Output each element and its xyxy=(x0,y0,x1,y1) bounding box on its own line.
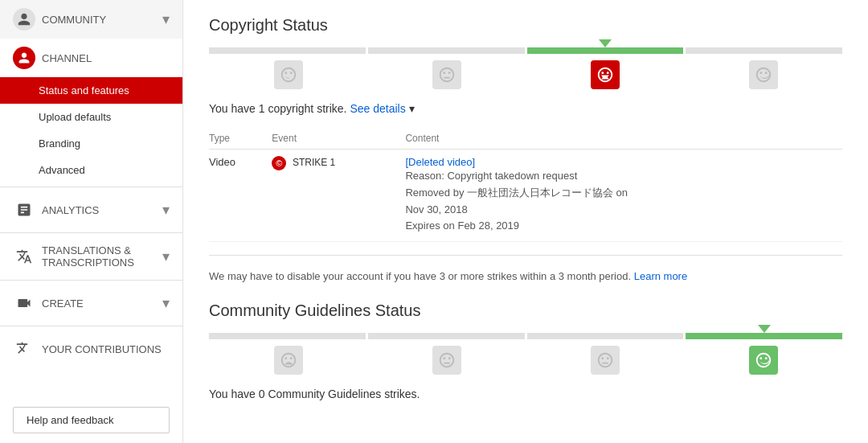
strike-badge: STRIKE 1 xyxy=(293,157,335,168)
deleted-video-link[interactable]: [Deleted video] xyxy=(405,156,475,168)
comm-face-neutral2-icon xyxy=(591,346,620,375)
copyright-icon: © xyxy=(272,156,286,170)
sidebar-item-branding[interactable]: Branding xyxy=(0,130,182,157)
main-content: Copyright Status xyxy=(183,0,868,443)
sidebar-create-section[interactable]: CREATE ▾ xyxy=(0,284,182,322)
sidebar-divider-3 xyxy=(0,280,182,281)
comm-meter-seg-4 xyxy=(686,333,842,339)
table-header-type: Type xyxy=(209,128,272,150)
strike-summary: You have 1 copyright strike. See details… xyxy=(209,102,842,115)
sidebar-divider-1 xyxy=(0,187,182,187)
sidebar-item-advanced[interactable]: Advanced xyxy=(0,157,182,183)
comm-face-3 xyxy=(526,346,684,375)
face-neutral-1-icon xyxy=(432,60,461,89)
sidebar-bottom: Help and feedback xyxy=(0,397,182,443)
table-header-content: Content xyxy=(405,128,842,150)
channel-label: CHANNEL xyxy=(42,52,170,64)
comm-meter-pointer xyxy=(758,325,771,333)
copyright-meter xyxy=(209,47,842,89)
your-contributions-icon xyxy=(13,338,35,360)
meter-seg-4 xyxy=(686,47,842,54)
sidebar-channel-section: CHANNEL Status and features Upload defau… xyxy=(0,39,182,183)
comm-meter-seg-1 xyxy=(209,333,366,339)
strike-table: Type Event Content Video © STRIKE 1 [Del… xyxy=(209,128,842,242)
section-divider xyxy=(209,255,842,256)
warning-text: We may have to disable your account if y… xyxy=(209,269,842,285)
comm-face-4 xyxy=(684,346,842,375)
your-contributions-label: YOUR CONTRIBUTIONS xyxy=(42,343,170,355)
sidebar-your-contributions[interactable]: YOUR CONTRIBUTIONS xyxy=(0,330,182,368)
table-cell-content: [Deleted video] Reason: Copyright takedo… xyxy=(405,150,842,242)
meter-seg-1 xyxy=(209,47,366,54)
community-meter-faces xyxy=(209,346,842,375)
sidebar-community-section[interactable]: COMMUNITY ▾ xyxy=(0,0,182,39)
community-avatar xyxy=(13,8,35,31)
translations-label: TRANSLATIONS & TRANSCRIPTIONS xyxy=(42,244,162,269)
learn-more-link[interactable]: Learn more xyxy=(634,270,687,282)
sidebar-divider-2 xyxy=(0,232,182,233)
community-zero-text: You have 0 Community Guidelines strikes. xyxy=(209,388,842,400)
meter-faces xyxy=(209,60,842,89)
meter-face-3 xyxy=(526,60,684,89)
sidebar-channel-header[interactable]: CHANNEL xyxy=(0,39,182,77)
help-feedback-button[interactable]: Help and feedback xyxy=(13,407,170,433)
face-sad-1-icon xyxy=(274,60,303,89)
see-details-link[interactable]: See details xyxy=(350,102,405,115)
table-header-event: Event xyxy=(272,128,405,150)
meter-face-4 xyxy=(684,60,842,89)
copyright-title: Copyright Status xyxy=(209,16,842,35)
comm-face-1 xyxy=(209,346,367,375)
sidebar-translations-section[interactable]: TRANSLATIONS & TRANSCRIPTIONS ▾ xyxy=(0,236,182,277)
channel-avatar xyxy=(13,47,35,69)
sidebar-item-status[interactable]: Status and features xyxy=(0,77,182,104)
create-chevron-icon: ▾ xyxy=(162,294,170,312)
table-row: Video © STRIKE 1 [Deleted video] Reason:… xyxy=(209,150,842,242)
face-warning-icon xyxy=(591,60,620,89)
analytics-icon xyxy=(13,199,35,221)
sidebar-divider-4 xyxy=(0,326,182,326)
meter-face-2 xyxy=(367,60,526,89)
sidebar: COMMUNITY ▾ CHANNEL Status and features … xyxy=(0,0,183,443)
analytics-label: ANALYTICS xyxy=(42,204,162,216)
comm-face-happy-active-icon xyxy=(749,346,778,375)
translations-icon xyxy=(13,245,35,268)
comm-face-neutral-icon xyxy=(432,346,461,375)
table-cell-event: © STRIKE 1 xyxy=(272,150,405,242)
meter-seg-2 xyxy=(368,47,525,54)
create-icon xyxy=(13,292,35,314)
comm-meter-seg-3 xyxy=(527,333,684,339)
table-cell-type: Video xyxy=(209,150,272,242)
sidebar-analytics-section[interactable]: ANALYTICS ▾ xyxy=(0,191,182,229)
community-chevron-icon: ▾ xyxy=(162,10,170,28)
comm-face-sad-icon xyxy=(274,346,303,375)
face-happy-icon xyxy=(749,60,778,89)
translations-chevron-icon: ▾ xyxy=(162,248,170,265)
community-label: COMMUNITY xyxy=(42,14,162,26)
meter-face-1 xyxy=(209,60,367,89)
comm-meter-seg-2 xyxy=(368,333,525,339)
meter-seg-3 xyxy=(527,47,684,54)
create-label: CREATE xyxy=(42,297,162,310)
sidebar-item-upload-defaults[interactable]: Upload defaults xyxy=(0,104,182,130)
comm-face-2 xyxy=(367,346,526,375)
strike-reason: Reason: Copyright takedown request Remov… xyxy=(405,168,836,235)
meter-pointer xyxy=(599,39,612,47)
community-title: Community Guidelines Status xyxy=(209,301,842,320)
community-meter xyxy=(209,333,842,375)
analytics-chevron-icon: ▾ xyxy=(162,201,170,219)
